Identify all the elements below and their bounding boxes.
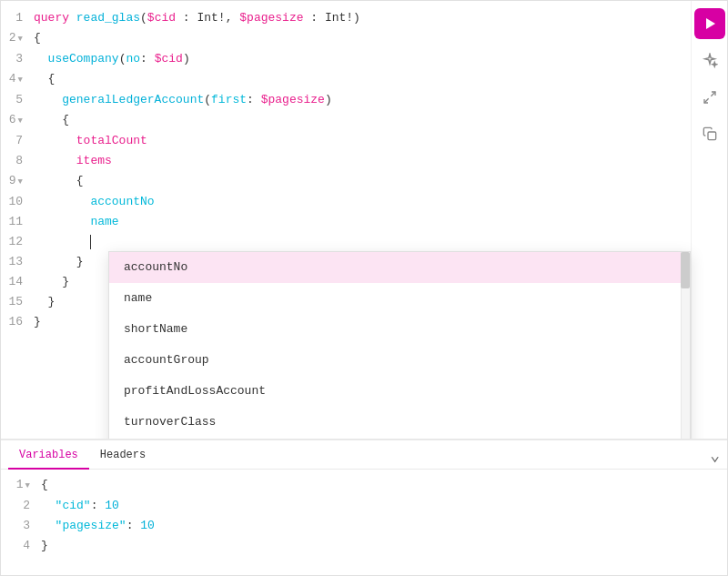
var-line-number: 3 [15,516,41,536]
line-number: 14 [8,272,34,292]
code-line-11: 11 name [1,212,691,232]
var-line-number: 1▼ [15,475,41,496]
code-line-9: 9▼ { [1,171,691,192]
autocomplete-item[interactable]: name [109,283,690,314]
editor-container: 1query read_glas($cid : Int!, $pagesize … [0,0,728,576]
autocomplete-item[interactable]: turnoverClass [109,407,690,438]
line-number: 5 [8,90,34,110]
right-toolbar [691,1,727,439]
code-line-7: 7 totalCount [1,131,691,151]
autocomplete-item[interactable]: taxCode [109,438,690,439]
var-line-number: 4 [15,536,41,556]
autocomplete-item[interactable]: shortName [109,314,690,345]
var-line-content: "pagesize": 10 [41,516,713,536]
var-line-4: 4} [8,536,720,556]
bottom-code-area[interactable]: 1▼{2 "cid": 103 "pagesize": 104} [1,470,727,575]
var-line-1: 1▼{ [8,475,720,496]
code-line-1: 1query read_glas($cid : Int!, $pagesize … [1,8,691,28]
line-content: { [34,69,683,89]
line-number: 10 [8,192,34,212]
line-content: { [34,171,683,191]
line-content: useCompany(no: $cid) [34,49,683,69]
line-content [34,232,683,252]
bottom-panel-chevron[interactable]: ⌄ [710,445,720,465]
code-line-12: 12 [1,232,691,252]
line-number: 16 [8,312,34,332]
line-number: 7 [8,131,34,151]
var-line-content: { [41,475,713,495]
line-content: totalCount [34,131,683,151]
autocomplete-item[interactable]: profitAndLossAccount [109,376,690,407]
run-button[interactable] [694,8,725,39]
svg-marker-0 [706,18,715,29]
line-number: 1 [8,8,34,28]
code-line-10: 10 accountNo [1,192,691,212]
text-cursor [90,235,91,249]
copy-button[interactable] [695,119,724,148]
fullscreen-button[interactable] [695,83,724,112]
line-number: 11 [8,212,34,232]
bottom-tab-variables[interactable]: Variables [8,440,89,470]
code-line-5: 5 generalLedgerAccount(first: $pagesize) [1,90,691,110]
svg-rect-3 [708,132,716,140]
line-number: 12 [8,232,34,252]
var-line-3: 3 "pagesize": 10 [8,516,720,536]
bottom-tabs: VariablesHeaders⌄ [1,440,727,470]
line-number: 8 [8,151,34,171]
line-number: 15 [8,292,34,312]
line-number: 9▼ [8,171,34,192]
autocomplete-item[interactable]: accountNo [109,252,690,283]
var-line-content: "cid": 10 [41,496,713,516]
line-number: 6▼ [8,110,34,131]
line-content: items [34,151,683,171]
line-content: name [34,212,683,232]
line-content: generalLedgerAccount(first: $pagesize) [34,90,683,110]
main-area: 1query read_glas($cid : Int!, $pagesize … [1,1,727,439]
var-line-2: 2 "cid": 10 [8,496,720,516]
bottom-panel: VariablesHeaders⌄ 1▼{2 "cid": 103 "pages… [1,439,727,575]
dropdown-scrollbar[interactable] [681,252,690,439]
line-number: 2▼ [8,28,34,49]
code-line-4: 4▼ { [1,69,691,90]
svg-line-2 [704,98,709,103]
sparkle-button[interactable] [695,46,724,76]
code-line-3: 3 useCompany(no: $cid) [1,49,691,69]
autocomplete-dropdown: accountNonameshortNameaccountGroupprofit… [108,251,691,439]
var-line-number: 2 [15,496,41,516]
scrollbar-thumb [681,252,690,288]
bottom-tab-headers[interactable]: Headers [89,440,157,470]
line-number: 3 [8,49,34,69]
var-line-content: } [41,536,713,556]
line-number: 4▼ [8,69,34,90]
line-content: query read_glas($cid : Int!, $pagesize :… [34,8,683,28]
autocomplete-item[interactable]: accountGroup [109,345,690,376]
line-content: { [34,28,683,48]
code-line-8: 8 items [1,151,691,171]
line-content: { [34,110,683,130]
svg-line-1 [711,92,715,96]
code-line-6: 6▼ { [1,110,691,131]
line-content: accountNo [34,192,683,212]
line-number: 13 [8,252,34,272]
code-line-2: 2▼{ [1,28,691,49]
